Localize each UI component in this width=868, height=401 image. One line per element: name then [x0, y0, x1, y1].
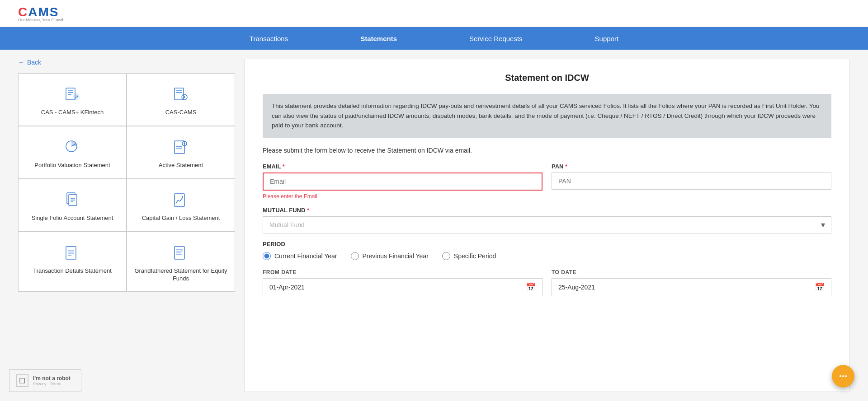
transaction-details-icon — [61, 241, 83, 263]
pan-input[interactable] — [552, 173, 831, 190]
mutual-fund-group: MUTUAL FUND * Mutual Fund ▾ — [263, 207, 831, 233]
grandfathered-label: Grandfathered Statement for Equity Funds — [134, 267, 227, 283]
email-input[interactable] — [263, 173, 542, 191]
cas-kfintech-label: CAS - CAMS+ KFintech — [41, 109, 104, 117]
svg-rect-13 — [175, 141, 184, 154]
email-pan-row: EMAIL * Please enter the Email PAN * — [263, 163, 831, 200]
radio-specific-period-input[interactable] — [442, 252, 450, 260]
email-error-msg: Please enter the Email — [263, 193, 542, 200]
recaptcha-checkbox[interactable]: ☐ — [16, 374, 28, 387]
email-required: * — [283, 163, 285, 170]
float-action-icon — [837, 370, 849, 382]
to-date-calendar-icon[interactable]: 📅 — [815, 282, 825, 292]
sidebar-item-active-statement[interactable]: Active Statement — [127, 126, 235, 178]
cas-kfintech-icon: ↗ — [61, 83, 83, 104]
capital-gain-loss-label: Capital Gain / Loss Statement — [142, 214, 220, 222]
radio-current-fy-label: Current Financial Year — [274, 252, 337, 260]
active-statement-label: Active Statement — [159, 162, 203, 169]
recaptcha-widget: ☐ I'm not a robot Privacy - Terms — [9, 369, 81, 392]
period-section: PERIOD Current Financial Year Previous F… — [263, 241, 831, 260]
sidebar-item-transaction-details[interactable]: Transaction Details Statement — [19, 232, 126, 292]
sidebar-item-grandfathered[interactable]: Grandfathered Statement for Equity Funds — [127, 232, 235, 292]
email-label: EMAIL * — [263, 163, 542, 170]
main-nav: Transactions Statements Service Requests… — [0, 27, 868, 50]
page-body: ← Back ↗ CAS - CAMS+ KFintech — [0, 50, 868, 401]
pan-required: * — [565, 163, 567, 170]
from-date-calendar-icon[interactable]: 📅 — [526, 282, 536, 292]
period-radio-group: Current Financial Year Previous Financia… — [263, 252, 831, 260]
single-folio-label: Single Folio Account Statement — [32, 214, 113, 222]
logo-area: CAMS Our Mission, Your Growth — [18, 5, 65, 22]
radio-previous-fy-input[interactable] — [351, 252, 359, 260]
sidebar-item-cas-kfintech[interactable]: ↗ CAS - CAMS+ KFintech — [19, 74, 126, 126]
svg-text:↗: ↗ — [75, 94, 78, 99]
back-arrow-icon: ← — [18, 59, 24, 66]
top-header: CAMS Our Mission, Your Growth — [0, 0, 868, 27]
radio-current-fy-input[interactable] — [263, 252, 271, 260]
info-text: This statement provides detailed informa… — [272, 103, 820, 129]
mutual-fund-select[interactable]: Mutual Fund — [263, 216, 831, 233]
svg-point-39 — [840, 375, 841, 377]
active-statement-icon — [170, 135, 192, 157]
sidebar: ← Back ↗ CAS - CAMS+ KFintech — [18, 59, 235, 392]
back-label: Back — [27, 59, 41, 66]
to-date-label: TO DATE — [552, 269, 831, 275]
from-date-group: FROM DATE 📅 — [263, 269, 542, 296]
recaptcha-label: I'm not a robot — [33, 375, 71, 382]
svg-line-25 — [176, 200, 178, 203]
nav-statements[interactable]: Statements — [324, 27, 433, 50]
float-action-button[interactable] — [832, 365, 854, 387]
back-link[interactable]: ← Back — [18, 59, 235, 66]
sidebar-item-single-folio[interactable]: Single Folio Account Statement — [19, 179, 126, 231]
info-box: This statement provides detailed informa… — [263, 94, 831, 138]
from-date-input-wrap: 📅 — [263, 278, 542, 296]
cas-cams-icon — [170, 83, 192, 104]
recaptcha-branding: Privacy - Terms — [33, 382, 71, 386]
sidebar-item-capital-gain-loss[interactable]: Capital Gain / Loss Statement — [127, 179, 235, 231]
grandfathered-icon — [170, 241, 192, 263]
svg-point-41 — [845, 375, 847, 377]
radio-previous-fy[interactable]: Previous Financial Year — [351, 252, 429, 260]
sidebar-grid: ↗ CAS - CAMS+ KFintech C — [18, 73, 235, 292]
single-folio-icon — [61, 188, 83, 210]
mutual-fund-required: * — [307, 207, 309, 214]
portfolio-valuation-label: Portfolio Valuation Statement — [34, 162, 110, 169]
intro-text: Please submit the form below to receive … — [263, 147, 831, 154]
transaction-details-label: Transaction Details Statement — [33, 267, 112, 275]
nav-support[interactable]: Support — [559, 27, 655, 50]
date-row: FROM DATE 📅 TO DATE 📅 — [263, 269, 831, 296]
period-label: PERIOD — [263, 241, 831, 247]
mutual-fund-label: MUTUAL FUND * — [263, 207, 831, 214]
capital-gain-loss-icon — [170, 188, 192, 210]
from-date-input[interactable] — [269, 284, 526, 291]
page-title: Statement on IDCW — [263, 73, 831, 83]
mutual-fund-row: MUTUAL FUND * Mutual Fund ▾ — [263, 207, 831, 233]
to-date-input-wrap: 📅 — [552, 278, 831, 296]
svg-point-40 — [842, 375, 844, 377]
sidebar-item-cas-cams[interactable]: CAS-CAMS — [127, 74, 235, 126]
nav-service-requests[interactable]: Service Requests — [433, 27, 559, 50]
nav-transactions[interactable]: Transactions — [213, 27, 324, 50]
radio-specific-period-label: Specific Period — [454, 252, 496, 260]
to-date-input[interactable] — [558, 284, 815, 291]
email-group: EMAIL * Please enter the Email — [263, 163, 542, 200]
mutual-fund-select-wrap: Mutual Fund ▾ — [263, 216, 831, 233]
radio-current-fy[interactable]: Current Financial Year — [263, 252, 337, 260]
from-date-label: FROM DATE — [263, 269, 542, 275]
portfolio-valuation-icon — [61, 135, 83, 157]
main-content: Statement on IDCW This statement provide… — [244, 59, 850, 392]
cas-cams-label: CAS-CAMS — [165, 109, 197, 117]
svg-rect-28 — [66, 247, 76, 259]
pan-group: PAN * — [552, 163, 831, 200]
svg-rect-24 — [175, 194, 184, 206]
logo-tagline: Our Mission, Your Growth — [18, 18, 65, 22]
radio-previous-fy-label: Previous Financial Year — [363, 252, 429, 260]
to-date-group: TO DATE 📅 — [552, 269, 831, 296]
radio-specific-period[interactable]: Specific Period — [442, 252, 496, 260]
pan-label: PAN * — [552, 163, 831, 170]
sidebar-item-portfolio-valuation[interactable]: Portfolio Valuation Statement — [19, 126, 126, 178]
svg-line-27 — [180, 197, 183, 201]
